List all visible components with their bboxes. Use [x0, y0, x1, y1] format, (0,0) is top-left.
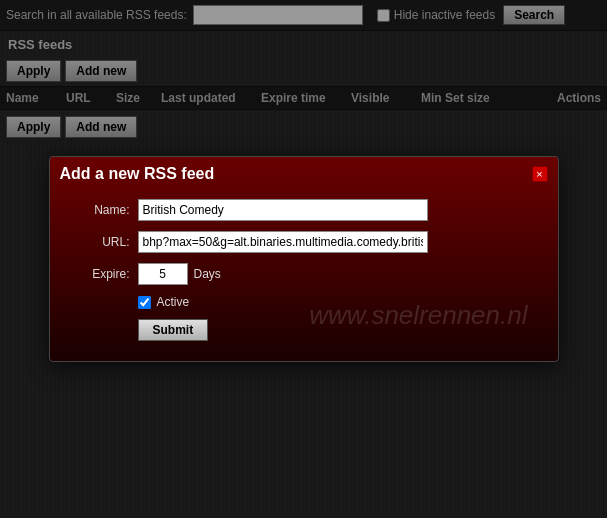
active-label: Active [157, 295, 190, 309]
name-input[interactable] [138, 199, 428, 221]
expire-label: Expire: [70, 267, 130, 281]
modal-overlay: Add a new RSS feed × Name: URL: Expire: … [0, 0, 607, 518]
expire-input[interactable] [138, 263, 188, 285]
active-row: Active [138, 295, 538, 309]
active-checkbox[interactable] [138, 296, 151, 309]
days-label: Days [194, 267, 221, 281]
name-row: Name: [70, 199, 538, 221]
name-label: Name: [70, 203, 130, 217]
submit-button[interactable]: Submit [138, 319, 209, 341]
expire-row: Expire: Days [70, 263, 538, 285]
modal-title-bar: Add a new RSS feed × [50, 157, 558, 189]
modal-title: Add a new RSS feed [60, 165, 215, 183]
modal-close-button[interactable]: × [532, 166, 548, 182]
url-label: URL: [70, 235, 130, 249]
modal-body: Name: URL: Expire: Days Active Submit [50, 189, 558, 361]
add-rss-feed-modal: Add a new RSS feed × Name: URL: Expire: … [49, 156, 559, 362]
url-input[interactable] [138, 231, 428, 253]
url-row: URL: [70, 231, 538, 253]
